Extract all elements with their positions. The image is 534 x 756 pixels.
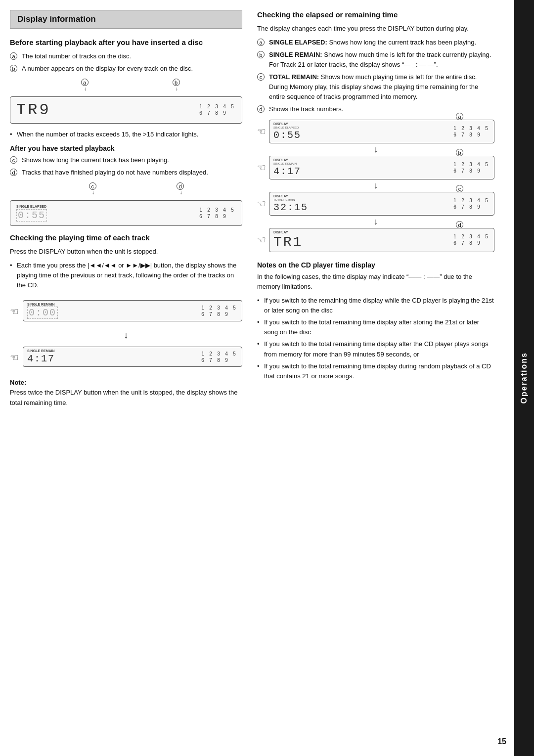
right-section1-title: Checking the elapsed or remaining time: [257, 10, 494, 20]
notes-bullet-0: If you switch to the remaining time disp…: [257, 296, 494, 315]
diag-c-tracks: 12345 6789: [451, 198, 490, 210]
right-item-d-text: Shows the track numbers.: [269, 104, 343, 114]
playing-track-nums1: 1 2 3 4 5 6 7 8 9: [199, 305, 238, 317]
trk-display-screen: TR9: [16, 101, 76, 119]
right-diag-a-container: a ☜ DISPLAY SINGLE ELAPSED 0:55 12345 6: [257, 120, 494, 143]
hand-b: ☜: [257, 162, 266, 174]
section1-item-a: a The total number of tracks on the disc…: [10, 51, 242, 61]
label-c-arrow: c ↓: [89, 182, 98, 195]
section2-item-c-text: Shows how long the current track has bee…: [22, 155, 169, 165]
right-item-b-text: Shows how much time is left for the trac…: [324, 51, 491, 58]
display-info-title: Display information: [17, 14, 96, 24]
section3-bullet-0: Each time you press the |◄◄/◄◄ or ►►/▶▶|…: [10, 261, 242, 290]
right-item-b: b SINGLE REMAIN: Shows how much time is …: [257, 50, 494, 70]
diag-c-mode: TOTAL REMAIN: [273, 198, 308, 201]
circle-a: a: [10, 51, 20, 61]
trk-diagram-container: a ↓ b ↓ TR9 1 2 3 4 5: [10, 79, 242, 124]
diag-c-display-label: DISPLAY: [273, 194, 308, 198]
annot-a: a: [456, 113, 465, 120]
playing-mode-label2: SINGLE REMAIN: [27, 349, 55, 353]
right-item-a: a SINGLE ELAPSED: Shows how long the cur…: [257, 38, 494, 47]
right-item-c-extra: During Memory play, this display shows t…: [269, 82, 494, 102]
section1-title: Before starting playback after you have …: [10, 38, 242, 47]
circle-a-top: a: [81, 79, 89, 86]
playing-display2-box: SINGLE REMAIN 4:17 1 2 3 4 5 6 7 8 9: [23, 347, 242, 367]
playing-mode-label1: SINGLE REMAIN: [27, 303, 58, 306]
notes-title: Notes on the CD player time display: [257, 261, 494, 269]
right-item-a-text: Shows how long the current track has bee…: [329, 39, 476, 46]
section3-paragraph: Press the DISPLAY button when the unit i…: [10, 247, 242, 257]
diag-b-time: 4:17: [273, 166, 301, 177]
circle-b: b: [10, 64, 20, 74]
section3-bullets: Each time you press the |◄◄/◄◄ or ►►/▶▶|…: [10, 261, 242, 290]
circle-c: c: [10, 155, 20, 165]
elapsed-left: SINGLE ELAPSED 0:55: [16, 205, 47, 222]
side-tab-text: Operations: [520, 352, 529, 403]
right-diag-d-container: d ☜ DISPLAY TR1 12345 6789: [257, 228, 494, 252]
notes-section: Notes on the CD player time display In t…: [257, 261, 494, 381]
right-item-a-label: SINGLE ELAPSED:: [269, 39, 327, 46]
diag-b-tracks: 12345 6789: [451, 162, 490, 174]
label-a-arrow: a ↓: [81, 79, 90, 91]
section1-bullets: When the number of tracks exceeds 15, th…: [10, 130, 242, 139]
diag-d-tracks: 12345 6789: [451, 234, 490, 246]
right-column: Checking the elapsed or remaining time T…: [252, 10, 494, 746]
diag-d-time: TR1: [273, 234, 303, 250]
notes-paragraph: In the following cases, the time display…: [257, 272, 494, 292]
right-diagrams: a ☜ DISPLAY SINGLE ELAPSED 0:55 12345 6: [257, 120, 494, 252]
right-diag-c-container: c ☜ DISPLAY TOTAL REMAIN 32:15 12345 67: [257, 192, 494, 216]
elapsed-display-box: SINGLE ELAPSED 0:55 1 2 3 4 5 6 7 8 9: [10, 200, 242, 226]
diag-a-time: 0:55: [273, 130, 301, 141]
hand-icon-1: ☜: [10, 306, 19, 317]
circle-d: d: [10, 168, 20, 178]
track-numbers-grid: 1 2 3 4 5 6 7 8 9: [197, 104, 236, 116]
playing-diagram2-row: ☜ SINGLE REMAIN 4:17 1 2 3 4 5 6 7 8: [10, 342, 242, 373]
trk-display-box: TR9 1 2 3 4 5 6 7 8 9: [10, 96, 242, 124]
diag-b-display-label: DISPLAY: [273, 158, 301, 162]
right-diag-c-box: DISPLAY TOTAL REMAIN 32:15 12345 6789: [269, 192, 494, 216]
elapsed-diagram-container: c ↓ d ↓ SINGLE ELAPSED 0:55 1 2: [10, 182, 242, 226]
playing-track-nums2: 1 2 3 4 5 6 7 8 9: [199, 351, 238, 363]
notes-bullet-1: If you switch to the total remaining tim…: [257, 317, 494, 337]
notes-bullet-3: If you switch to the total remaining tim…: [257, 361, 494, 381]
diag-a-display-label: DISPLAY: [273, 122, 301, 126]
display-label-small: SINGLE ELAPSED: [16, 205, 47, 208]
page-number: 15: [497, 737, 506, 746]
annot-c: c: [456, 185, 465, 192]
right-diag-d-box: DISPLAY TR1 12345 6789: [269, 228, 494, 252]
notes-bullet-2: If you switch to the total remaining tim…: [257, 339, 494, 359]
section1-bullet-0: When the number of tracks exceeds 15, th…: [10, 130, 242, 139]
hand-d: ☜: [257, 234, 266, 246]
label-b-arrow: b ↓: [173, 79, 181, 91]
section2-item-d: d Tracks that have finished playing do n…: [10, 168, 242, 178]
annot-d: d: [456, 221, 465, 228]
section2-item-d-text: Tracks that have finished playing do not…: [22, 168, 208, 178]
section2-item-c: c Shows how long the current track has b…: [10, 155, 242, 165]
diag-a-tracks: 12345 6789: [451, 126, 490, 137]
section1-item-b-text: A number appears on the display for ever…: [22, 64, 193, 74]
arrow-down-playing: ↓: [10, 330, 242, 341]
right-diag-b-container: b ☜ DISPLAY SINGLE REMAIN 4:17 12345 67: [257, 156, 494, 179]
note-label: Note:: [10, 379, 26, 386]
right-item-c-text: Shows how much playing time is left for …: [321, 73, 477, 81]
circle-b-top: b: [173, 79, 180, 86]
main-content: Display information Before starting play…: [0, 0, 514, 756]
right-diag-b-box: DISPLAY SINGLE REMAIN 4:17 12345 6789: [269, 156, 494, 179]
diag-d-display-label: DISPLAY: [273, 230, 303, 234]
label-d-arrow: d ↓: [177, 182, 185, 195]
right-section1-paragraph: The display changes each time you press …: [257, 24, 494, 34]
playing-time2: 4:17: [27, 353, 55, 364]
section3-title: Checking the playing time of each track: [10, 233, 242, 243]
elapsed-time: 0:55: [16, 209, 47, 222]
playing-time1: 0:00: [27, 307, 58, 319]
hand-c: ☜: [257, 198, 266, 210]
section2-title: After you have started playback: [10, 144, 242, 152]
left-column: Display information Before starting play…: [10, 10, 252, 746]
diag-c-time: 32:15: [273, 202, 308, 213]
elapsed-labels: c ↓ d ↓: [10, 182, 242, 195]
section1-item-b: b A number appears on the display for ev…: [10, 64, 242, 74]
display-info-header: Display information: [10, 10, 242, 29]
right-item-c: c TOTAL REMAIN: Shows how much playing t…: [257, 72, 494, 102]
playing-display1-box: SINGLE REMAIN 0:00 1 2 3 4 5 6 7 8 9: [23, 300, 242, 321]
playing-diagram1-row: ☜ SINGLE REMAIN 0:00 1 2 3 4 5 6 7 8: [10, 295, 242, 327]
